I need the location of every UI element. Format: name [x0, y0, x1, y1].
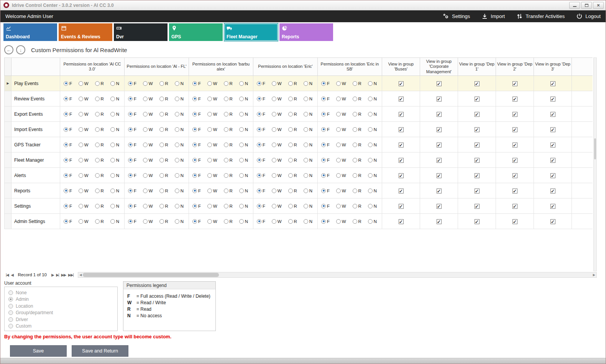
radio-option-f[interactable]: F [192, 189, 201, 193]
radio-option-w[interactable]: W [143, 173, 153, 178]
group-checkbox[interactable]: ✓ [550, 81, 555, 86]
radio-option-n[interactable]: N [110, 204, 119, 208]
group-checkbox[interactable]: ✓ [512, 189, 517, 193]
radio-option-f[interactable]: F [321, 143, 330, 147]
radio-option-f[interactable]: F [192, 97, 201, 101]
radio-option-f[interactable]: F [257, 189, 265, 193]
radio-option-r[interactable]: R [288, 81, 297, 86]
radio-option-n[interactable]: N [368, 143, 377, 147]
radio-option-f[interactable]: F [321, 158, 330, 162]
radio-option-n[interactable]: N [304, 143, 312, 147]
group-checkbox[interactable]: ✓ [399, 204, 404, 209]
group-checkbox[interactable]: ✓ [399, 97, 404, 102]
radio-option-n[interactable]: N [368, 127, 377, 132]
radio-option-n[interactable]: N [175, 158, 184, 162]
radio-option-f[interactable]: F [64, 127, 72, 132]
radio-option-w[interactable]: W [336, 204, 346, 208]
radio-option-w[interactable]: W [272, 127, 282, 132]
account-option-admin[interactable]: Admin [8, 296, 113, 303]
radio-option-r[interactable]: R [353, 97, 361, 101]
horizontal-scrollbar[interactable]: ◀ ▶ [78, 272, 597, 278]
group-checkbox[interactable]: ✓ [475, 97, 480, 102]
vertical-scrollbar[interactable] [593, 57, 597, 271]
group-checkbox[interactable]: ✓ [550, 143, 555, 148]
close-button[interactable]: × [593, 2, 604, 9]
group-checkbox[interactable]: ✓ [437, 112, 442, 117]
radio-option-w[interactable]: W [143, 143, 153, 147]
radio-option-r[interactable]: R [353, 219, 361, 224]
radio-option-f[interactable]: F [64, 81, 72, 86]
radio-option-n[interactable]: N [175, 204, 184, 208]
radio-option-w[interactable]: W [79, 81, 89, 86]
radio-option-f[interactable]: F [128, 143, 136, 147]
group-checkbox[interactable]: ✓ [399, 189, 404, 193]
radio-option-r[interactable]: R [224, 219, 233, 224]
radio-option-r[interactable]: R [288, 173, 297, 178]
transfer-activities-button[interactable]: Transfer Activities [516, 13, 565, 20]
radio-option-f[interactable]: F [321, 189, 330, 193]
radio-option-r[interactable]: R [353, 112, 361, 116]
radio-option-n[interactable]: N [239, 127, 248, 132]
location-column-header[interactable]: Permissions on location 'barbu alex' [189, 58, 253, 76]
radio-option-r[interactable]: R [224, 189, 233, 193]
account-option-custom[interactable]: Custom [8, 323, 113, 330]
group-checkbox[interactable]: ✓ [399, 143, 404, 148]
radio-option-w[interactable]: W [79, 127, 89, 132]
radio-option-r[interactable]: R [224, 127, 233, 132]
radio-option-w[interactable]: W [79, 158, 89, 162]
radio-option-w[interactable]: W [207, 127, 217, 132]
radio-option-w[interactable]: W [143, 97, 153, 101]
radio-option-n[interactable]: N [110, 173, 119, 178]
logout-button[interactable]: Logout [576, 13, 601, 20]
back-button[interactable]: ← [4, 45, 13, 54]
radio-option-f[interactable]: F [128, 97, 136, 101]
radio-option-r[interactable]: R [288, 204, 297, 208]
radio-option-r[interactable]: R [224, 158, 233, 162]
radio-option-r[interactable]: R [95, 97, 104, 101]
radio-option-f[interactable]: F [257, 158, 265, 162]
radio-option-r[interactable]: R [95, 204, 104, 208]
account-option-none[interactable]: None [8, 289, 113, 296]
collapse-button[interactable]: ↓ [16, 45, 25, 54]
radio-option-n[interactable]: N [175, 219, 184, 224]
group-checkbox[interactable]: ✓ [512, 112, 517, 117]
radio-option-n[interactable]: N [110, 219, 119, 224]
group-checkbox[interactable]: ✓ [475, 204, 480, 209]
permission-name[interactable]: Export Events [11, 107, 60, 122]
permission-name[interactable]: GPS Tracker [11, 137, 60, 152]
radio-option-n[interactable]: N [304, 173, 312, 178]
radio-option-f[interactable]: F [128, 127, 136, 132]
radio-option-r[interactable]: R [288, 219, 297, 224]
tab-dashboard[interactable]: Dashboard [3, 23, 57, 41]
group-checkbox[interactable]: ✓ [550, 127, 555, 132]
radio-option-f[interactable]: F [321, 81, 330, 86]
radio-option-f[interactable]: F [128, 81, 136, 86]
radio-option-r[interactable]: R [95, 189, 104, 193]
radio-option-w[interactable]: W [272, 112, 282, 116]
radio-option-f[interactable]: F [257, 127, 265, 132]
radio-option-n[interactable]: N [239, 143, 248, 147]
radio-option-r[interactable]: R [288, 97, 297, 101]
location-column-header[interactable]: Permissions on location 'Al CC 3.0' [60, 58, 125, 76]
radio-option-r[interactable]: R [224, 204, 233, 208]
radio-option-r[interactable]: R [353, 81, 361, 86]
account-option-driver[interactable]: Driver [8, 316, 113, 323]
group-checkbox[interactable]: ✓ [550, 189, 555, 193]
horizontal-scrollbar-thumb[interactable] [83, 273, 219, 277]
permission-name[interactable]: Admin Settings [11, 214, 60, 229]
radio-option-w[interactable]: W [336, 158, 346, 162]
radio-option-f[interactable]: F [192, 219, 201, 224]
first-record-button[interactable]: |◀ [6, 273, 8, 277]
radio-option-r[interactable]: R [288, 127, 297, 132]
radio-option-r[interactable]: R [288, 112, 297, 116]
radio-option-n[interactable]: N [175, 81, 184, 86]
group-checkbox[interactable]: ✓ [550, 112, 555, 117]
radio-option-w[interactable]: W [79, 204, 89, 208]
radio-option-w[interactable]: W [143, 127, 153, 132]
radio-option-r[interactable]: R [95, 127, 104, 132]
radio-option-n[interactable]: N [304, 112, 312, 116]
radio-option-n[interactable]: N [175, 112, 184, 116]
radio-option-w[interactable]: W [336, 81, 346, 86]
radio-option-f[interactable]: F [64, 173, 72, 178]
group-checkbox[interactable]: ✓ [475, 81, 480, 86]
